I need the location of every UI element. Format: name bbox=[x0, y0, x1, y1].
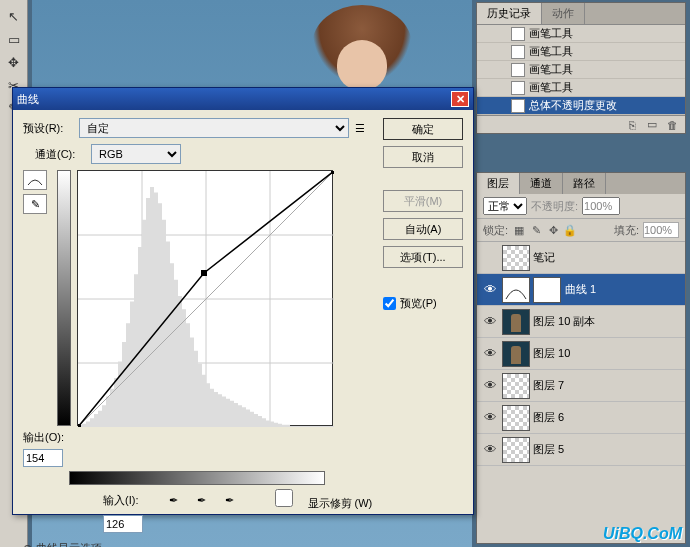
channel-label: 通道(C): bbox=[35, 147, 85, 162]
lock-paint-icon[interactable]: ✎ bbox=[529, 224, 543, 237]
history-item[interactable]: 画笔工具 bbox=[477, 43, 685, 61]
cancel-button[interactable]: 取消 bbox=[383, 146, 463, 168]
marquee-tool[interactable]: ▭ bbox=[3, 28, 25, 50]
layer-row[interactable]: 👁图层 7 bbox=[477, 370, 685, 402]
lock-label: 锁定: bbox=[483, 223, 508, 238]
visibility-icon[interactable]: 👁 bbox=[481, 282, 499, 297]
channel-select[interactable]: RGB bbox=[91, 144, 181, 164]
auto-button[interactable]: 自动(A) bbox=[383, 218, 463, 240]
tab-channels[interactable]: 通道 bbox=[520, 173, 563, 194]
tab-actions[interactable]: 动作 bbox=[542, 3, 585, 24]
visibility-icon[interactable]: 👁 bbox=[481, 346, 499, 361]
input-input[interactable] bbox=[103, 515, 143, 533]
layer-row[interactable]: 👁图层 5 bbox=[477, 434, 685, 466]
curve-mode-pencil-icon[interactable]: ✎ bbox=[23, 194, 47, 214]
lock-move-icon[interactable]: ✥ bbox=[546, 224, 560, 237]
visibility-icon[interactable]: 👁 bbox=[481, 314, 499, 329]
fill-input[interactable] bbox=[643, 222, 679, 238]
eyedropper-white-icon[interactable]: ✒ bbox=[220, 491, 238, 509]
curve-display-options[interactable]: ⊗ 曲线显示选项 bbox=[23, 541, 373, 547]
visibility-icon[interactable]: 👁 bbox=[481, 442, 499, 457]
layer-row[interactable]: 👁图层 10 bbox=[477, 338, 685, 370]
layer-row[interactable]: 👁图层 10 副本 bbox=[477, 306, 685, 338]
portrait bbox=[292, 5, 432, 90]
ok-button[interactable]: 确定 bbox=[383, 118, 463, 140]
history-item[interactable]: 画笔工具 bbox=[477, 25, 685, 43]
output-label: 输出(O): bbox=[23, 430, 64, 445]
new-snapshot-icon[interactable]: ⎘ bbox=[625, 118, 639, 132]
history-item[interactable]: 总体不透明度更改 bbox=[477, 97, 685, 115]
visibility-icon[interactable]: 👁 bbox=[481, 410, 499, 425]
history-item[interactable]: 画笔工具 bbox=[477, 79, 685, 97]
input-gradient bbox=[69, 471, 325, 485]
trash-icon[interactable]: 🗑 bbox=[665, 118, 679, 132]
curves-dialog: 曲线 ✕ 预设(R): 自定 ☰ 通道(C): RGB ✎ bbox=[12, 87, 474, 515]
visibility-icon[interactable]: 👁 bbox=[481, 378, 499, 393]
titlebar[interactable]: 曲线 ✕ bbox=[13, 88, 473, 110]
tab-paths[interactable]: 路径 bbox=[563, 173, 606, 194]
options-button[interactable]: 选项(T)... bbox=[383, 246, 463, 268]
lasso-tool[interactable]: ✥ bbox=[3, 51, 25, 73]
output-input[interactable] bbox=[23, 449, 63, 467]
close-icon[interactable]: ✕ bbox=[451, 91, 469, 107]
lock-transparent-icon[interactable]: ▦ bbox=[512, 224, 526, 237]
history-footer: ⎘ ▭ 🗑 bbox=[477, 115, 685, 133]
blend-mode-select[interactable]: 正常 bbox=[483, 197, 527, 215]
fill-label: 填充: bbox=[614, 223, 639, 238]
tab-layers[interactable]: 图层 bbox=[477, 173, 520, 194]
preset-menu-icon[interactable]: ☰ bbox=[355, 122, 365, 135]
lock-all-icon[interactable]: 🔒 bbox=[563, 224, 577, 237]
layer-row[interactable]: 👁曲线 1 bbox=[477, 274, 685, 306]
opacity-input[interactable] bbox=[582, 197, 620, 215]
svg-rect-9 bbox=[331, 171, 334, 174]
layers-panel: 图层 通道 路径 正常 不透明度: 锁定: ▦ ✎ ✥ 🔒 填充: 笔记👁曲线 … bbox=[476, 172, 686, 544]
preset-select[interactable]: 自定 bbox=[79, 118, 349, 138]
svg-rect-7 bbox=[201, 270, 207, 276]
eyedropper-black-icon[interactable]: ✒ bbox=[164, 491, 182, 509]
curve-graph[interactable] bbox=[77, 170, 333, 426]
chevron-right-icon: ⊗ bbox=[23, 542, 32, 547]
smooth-button: 平滑(M) bbox=[383, 190, 463, 212]
new-doc-icon[interactable]: ▭ bbox=[645, 118, 659, 132]
opacity-label: 不透明度: bbox=[531, 199, 578, 214]
input-label: 输入(I): bbox=[103, 493, 138, 508]
svg-rect-8 bbox=[78, 424, 81, 427]
watermark: UiBQ.CoM bbox=[603, 525, 682, 543]
preset-label: 预设(R): bbox=[23, 121, 73, 136]
layer-row[interactable]: 笔记 bbox=[477, 242, 685, 274]
move-tool[interactable]: ↖ bbox=[3, 5, 25, 27]
dialog-title: 曲线 bbox=[17, 92, 39, 107]
show-clip-checkbox[interactable] bbox=[264, 489, 304, 507]
preview-checkbox[interactable] bbox=[383, 297, 396, 310]
output-gradient bbox=[57, 170, 71, 426]
layer-row[interactable]: 👁图层 6 bbox=[477, 402, 685, 434]
eyedropper-gray-icon[interactable]: ✒ bbox=[192, 491, 210, 509]
history-item[interactable]: 画笔工具 bbox=[477, 61, 685, 79]
tab-history[interactable]: 历史记录 bbox=[477, 3, 542, 24]
curve-mode-point-icon[interactable] bbox=[23, 170, 47, 190]
history-panel: 历史记录 动作 画笔工具画笔工具画笔工具画笔工具总体不透明度更改 ⎘ ▭ 🗑 bbox=[476, 2, 686, 134]
